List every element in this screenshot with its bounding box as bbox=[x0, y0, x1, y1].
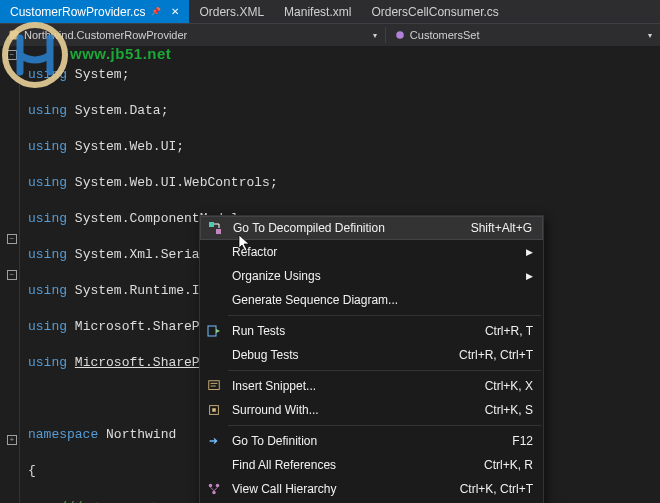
svg-rect-0 bbox=[10, 31, 19, 40]
menu-insert-snippet[interactable]: Insert Snippet... Ctrl+K, X bbox=[200, 374, 543, 398]
svg-rect-5 bbox=[208, 326, 216, 336]
close-icon[interactable]: ✕ bbox=[171, 6, 179, 17]
menu-find-references[interactable]: Find All References Ctrl+K, R bbox=[200, 453, 543, 477]
menu-separator bbox=[228, 370, 541, 371]
svg-point-1 bbox=[396, 31, 404, 39]
svg-point-13 bbox=[212, 491, 216, 495]
decompile-icon bbox=[207, 220, 223, 236]
tab-manifest-xml[interactable]: Manifest.xml bbox=[274, 0, 361, 23]
tab-label: Manifest.xml bbox=[284, 5, 351, 19]
editor-tabs: CustomerRowProvider.cs 📌 ✕ Orders.XML Ma… bbox=[0, 0, 660, 24]
tab-label: Orders.XML bbox=[199, 5, 264, 19]
class-label: Northwind.CustomerRowProvider bbox=[24, 29, 187, 41]
surround-icon bbox=[206, 402, 222, 418]
tab-orderscellconsumer[interactable]: OrdersCellConsumer.cs bbox=[361, 0, 508, 23]
tab-label: CustomerRowProvider.cs bbox=[10, 5, 145, 19]
submenu-arrow-icon: ▶ bbox=[526, 271, 533, 281]
svg-rect-10 bbox=[212, 408, 216, 412]
tab-customerrowprovider[interactable]: CustomerRowProvider.cs 📌 ✕ bbox=[0, 0, 189, 23]
svg-point-11 bbox=[209, 484, 213, 488]
menu-organize-usings[interactable]: Organize Usings ▶ bbox=[200, 264, 543, 288]
class-dropdown[interactable]: Northwind.CustomerRowProvider ▾ bbox=[0, 27, 386, 43]
tab-orders-xml[interactable]: Orders.XML bbox=[189, 0, 274, 23]
pin-icon[interactable]: 📌 bbox=[151, 7, 161, 16]
menu-debug-tests[interactable]: Debug Tests Ctrl+R, Ctrl+T bbox=[200, 343, 543, 367]
menu-generate-sequence[interactable]: Generate Sequence Diagram... bbox=[200, 288, 543, 312]
menu-run-tests[interactable]: Run Tests Ctrl+R, T bbox=[200, 319, 543, 343]
fold-icon[interactable]: − bbox=[7, 270, 17, 280]
code-nav-bar: Northwind.CustomerRowProvider ▾ Customer… bbox=[0, 24, 660, 46]
menu-surround-with[interactable]: Surround With... Ctrl+K, S bbox=[200, 398, 543, 422]
property-icon bbox=[394, 29, 406, 41]
member-dropdown[interactable]: CustomersSet ▾ bbox=[386, 27, 660, 43]
menu-view-call-hierarchy[interactable]: View Call Hierarchy Ctrl+K, Ctrl+T bbox=[200, 477, 543, 501]
fold-icon[interactable]: + bbox=[7, 435, 17, 445]
goto-def-icon bbox=[206, 433, 222, 449]
chevron-down-icon: ▾ bbox=[648, 31, 652, 40]
context-menu: Go To Decompiled Definition Shift+Alt+G … bbox=[199, 215, 544, 503]
chevron-down-icon: ▾ bbox=[373, 31, 377, 40]
hierarchy-icon bbox=[206, 481, 222, 497]
run-tests-icon bbox=[206, 323, 222, 339]
snippet-icon bbox=[206, 378, 222, 394]
svg-rect-4 bbox=[216, 229, 221, 234]
menu-goto-definition[interactable]: Go To Definition F12 bbox=[200, 429, 543, 453]
member-label: CustomersSet bbox=[410, 29, 480, 41]
svg-rect-6 bbox=[209, 381, 220, 390]
class-icon bbox=[8, 29, 20, 41]
tab-label: OrdersCellConsumer.cs bbox=[371, 5, 498, 19]
menu-goto-decompiled[interactable]: Go To Decompiled Definition Shift+Alt+G bbox=[200, 216, 543, 240]
gutter: − − − + bbox=[0, 46, 20, 503]
svg-point-12 bbox=[216, 484, 220, 488]
menu-separator bbox=[228, 315, 541, 316]
svg-rect-3 bbox=[209, 222, 214, 227]
menu-refactor[interactable]: Refactor ▶ bbox=[200, 240, 543, 264]
fold-icon[interactable]: − bbox=[7, 234, 17, 244]
menu-separator bbox=[228, 425, 541, 426]
fold-icon[interactable]: − bbox=[7, 50, 17, 60]
submenu-arrow-icon: ▶ bbox=[526, 247, 533, 257]
